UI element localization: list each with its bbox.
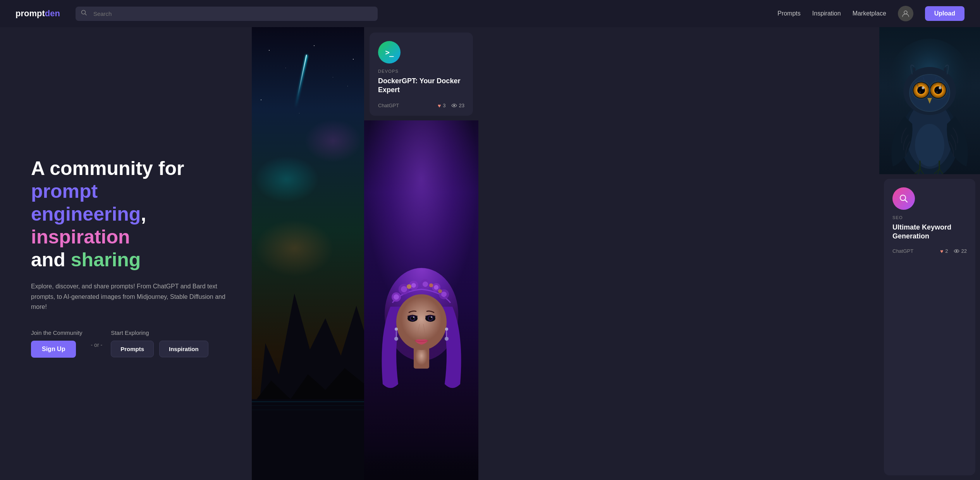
avatar-button[interactable] xyxy=(898,6,913,21)
navbar: promptden Prompts Inspiration Marketplac… xyxy=(0,0,980,27)
nav-links: Prompts Inspiration Marketplace Upload xyxy=(777,6,965,21)
docker-heart-icon: ♥ xyxy=(438,103,441,109)
docker-view-count: 23 xyxy=(459,103,464,108)
svg-point-63 xyxy=(438,289,442,293)
logo-den: den xyxy=(45,9,60,19)
htitle-a: A community for xyxy=(31,158,184,179)
join-group: Join the Community Sign Up xyxy=(31,329,83,358)
svg-point-48 xyxy=(445,337,449,341)
join-group-label: Join the Community xyxy=(31,329,83,336)
main-content: A community for prompt engineering, insp… xyxy=(0,27,980,480)
logo-prompt: prompt xyxy=(15,9,45,19)
svg-point-80 xyxy=(920,92,921,93)
svg-point-81 xyxy=(937,92,938,93)
htitle-sep: , xyxy=(141,203,146,225)
svg-point-2 xyxy=(904,11,907,14)
htitle-and: and xyxy=(31,249,71,271)
htitle-share: sharing xyxy=(71,249,141,271)
svg-point-78 xyxy=(922,87,925,89)
svg-line-86 xyxy=(905,200,908,202)
svg-point-46 xyxy=(445,327,448,331)
cta-wrapper: Join the Community Sign Up - or - Start … xyxy=(31,329,232,358)
svg-point-61 xyxy=(407,284,411,289)
svg-point-60 xyxy=(441,291,447,297)
seo-platform: ChatGPT xyxy=(892,248,913,254)
svg-point-31 xyxy=(453,105,455,106)
seo-tag: SEO xyxy=(892,215,967,220)
docker-view-stat: 23 xyxy=(451,103,464,108)
seo-view-stat: 22 xyxy=(954,248,967,254)
galaxy-image xyxy=(252,27,364,480)
docker-platform: ChatGPT xyxy=(378,103,399,108)
docker-like-count: 3 xyxy=(443,103,445,108)
svg-point-45 xyxy=(394,337,398,341)
main-hero-desc: Explore, discover, and share prompts! Fr… xyxy=(31,281,232,312)
seo-stats: ♥ 2 22 xyxy=(940,248,967,254)
seo-search-icon xyxy=(899,194,908,203)
search-icon xyxy=(81,10,87,17)
svg-line-1 xyxy=(85,14,86,15)
seo-heart-stat: ♥ 2 xyxy=(940,248,948,254)
explore-group-label: Start Exploring xyxy=(111,329,208,336)
hero-left: A community for prompt engineering, insp… xyxy=(0,27,252,480)
svg-point-50 xyxy=(394,294,399,300)
nav-marketplace[interactable]: Marketplace xyxy=(853,10,886,17)
main-hero-title: A community for prompt engineering, insp… xyxy=(31,157,232,271)
svg-point-41 xyxy=(413,316,414,318)
main-signup-button[interactable]: Sign Up xyxy=(31,341,76,358)
explore-buttons: Prompts Inspiration xyxy=(111,341,208,357)
middle-panels: >_ DEVOPS DockerGPT: Your Docker Expert … xyxy=(364,27,478,480)
htitle-insp: inspiration xyxy=(31,226,130,248)
seo-title: Ultimate Keyword Generation xyxy=(892,223,967,241)
docker-prompt-card: >_ DEVOPS DockerGPT: Your Docker Expert … xyxy=(370,33,473,116)
terminal-prompt-icon: >_ xyxy=(385,48,394,57)
search-input[interactable] xyxy=(76,7,378,21)
main-prompts-button[interactable]: Prompts xyxy=(111,341,154,357)
logo[interactable]: promptden xyxy=(15,9,60,19)
svg-point-56 xyxy=(423,281,428,287)
owl-panel xyxy=(879,27,980,174)
search-container xyxy=(76,7,378,21)
upload-button[interactable]: Upload xyxy=(925,6,965,21)
nav-inspiration[interactable]: Inspiration xyxy=(812,10,841,17)
docker-eye-icon xyxy=(451,103,457,108)
woman-image xyxy=(364,120,478,480)
seo-icon-circle xyxy=(892,187,915,210)
right-panel: SEO Ultimate Keyword Generation ChatGPT … xyxy=(879,27,980,480)
explore-group: Start Exploring Prompts Inspiration xyxy=(111,329,208,357)
or-separator: - or - xyxy=(83,342,111,348)
nav-prompts[interactable]: Prompts xyxy=(777,10,801,17)
svg-point-58 xyxy=(434,285,438,290)
svg-point-42 xyxy=(431,316,432,318)
svg-point-82 xyxy=(915,124,944,166)
docker-title: DockerGPT: Your Docker Expert xyxy=(378,77,464,95)
svg-point-54 xyxy=(411,283,416,288)
htitle-prompt: prompt xyxy=(31,180,98,202)
seo-eye-icon xyxy=(954,249,959,253)
seo-view-count: 22 xyxy=(961,248,967,254)
seo-heart-icon: ♥ xyxy=(940,248,943,254)
docker-heart-stat: ♥ 3 xyxy=(438,103,446,109)
docker-footer: ChatGPT ♥ 3 23 xyxy=(378,103,464,109)
seo-footer: ChatGPT ♥ 2 22 xyxy=(892,248,967,254)
docker-tag: DEVOPS xyxy=(378,69,464,74)
svg-rect-27 xyxy=(252,399,364,480)
htitle-eng: engineering xyxy=(31,203,141,225)
svg-point-62 xyxy=(429,283,433,287)
docker-stats: ♥ 3 23 xyxy=(438,103,464,109)
svg-point-43 xyxy=(395,327,398,331)
seo-like-count: 2 xyxy=(945,248,948,254)
svg-point-52 xyxy=(401,286,407,292)
main-inspiration-button[interactable]: Inspiration xyxy=(159,341,208,357)
svg-point-87 xyxy=(956,250,957,252)
docker-icon-circle: >_ xyxy=(378,41,401,63)
seo-card: SEO Ultimate Keyword Generation ChatGPT … xyxy=(884,179,975,475)
